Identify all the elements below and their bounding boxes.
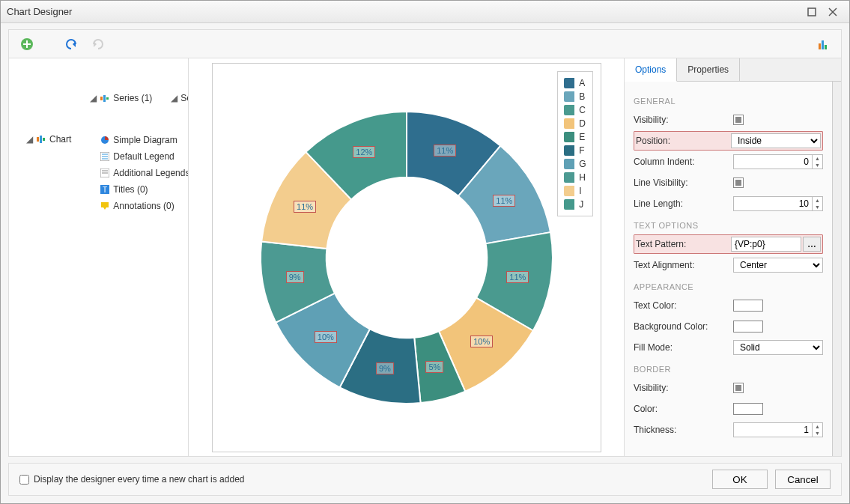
display-designer-checkbox-row[interactable]: Display the designer every time a new ch… bbox=[19, 474, 705, 485]
expander-icon[interactable]: ◢ bbox=[89, 91, 97, 106]
legend-swatch-icon bbox=[564, 199, 574, 210]
line-length-label: Line Length: bbox=[634, 198, 733, 209]
display-designer-checkbox[interactable] bbox=[19, 475, 29, 485]
legend-swatch-icon bbox=[564, 172, 574, 183]
tree-pane: ◢ Chart ◢ Series (1) bbox=[9, 58, 189, 456]
position-select[interactable]: Inside bbox=[731, 133, 821, 148]
text-pattern-ellipsis-button[interactable]: … bbox=[803, 237, 821, 252]
cancel-button[interactable]: Cancel bbox=[775, 470, 831, 489]
properties-scrollbar[interactable] bbox=[832, 82, 841, 456]
donut-label: 11% bbox=[434, 145, 456, 157]
legends-icon bbox=[100, 168, 110, 178]
tree-chart-root[interactable]: ◢ Chart bbox=[24, 131, 73, 148]
text-alignment-select[interactable]: Center bbox=[733, 258, 823, 273]
chart-designer-window: Chart Designer bbox=[0, 0, 850, 504]
legend-item: J bbox=[564, 198, 586, 211]
legend-swatch-icon bbox=[564, 145, 574, 156]
close-button[interactable] bbox=[822, 4, 843, 19]
border-color-label: Color: bbox=[634, 404, 733, 414]
line-visibility-checkbox[interactable] bbox=[733, 177, 744, 188]
legend-swatch-icon bbox=[564, 91, 574, 102]
chart-card: ABCDEFGHIJ 11%11%11%10%5%9%10%9%11%12% bbox=[212, 63, 601, 452]
add-button[interactable] bbox=[16, 34, 37, 55]
ok-button[interactable]: OK bbox=[712, 470, 768, 489]
close-icon bbox=[828, 7, 837, 16]
chart-icon bbox=[36, 134, 46, 145]
tree-additional-legends[interactable]: Additional Legends (0) bbox=[88, 165, 189, 181]
bg-color-swatch[interactable] bbox=[733, 321, 763, 333]
svg-marker-6 bbox=[73, 41, 76, 47]
legend-swatch-icon bbox=[564, 159, 574, 169]
main-area: ◢ Chart ◢ Series (1) bbox=[8, 58, 842, 457]
bg-color-label: Background Color: bbox=[634, 321, 733, 332]
border-visibility-label: Visibility: bbox=[634, 383, 733, 393]
window-title: Chart Designer bbox=[7, 6, 801, 17]
line-length-spinner[interactable]: ▲▼ bbox=[733, 196, 823, 211]
section-border: BORDER bbox=[634, 365, 823, 374]
legend-swatch-icon bbox=[564, 132, 574, 142]
expander-icon[interactable]: ◢ bbox=[25, 132, 33, 147]
legend-item: H bbox=[564, 171, 586, 184]
donut-chart: 11%11%11%10%5%9%10%9%11%12% bbox=[249, 100, 564, 415]
legend-item: A bbox=[564, 76, 586, 90]
donut-label: 5% bbox=[426, 361, 444, 373]
tree-annotations[interactable]: Annotations (0) bbox=[88, 198, 189, 214]
legend-item: F bbox=[564, 144, 586, 157]
display-designer-label: Display the designer every time a new ch… bbox=[34, 474, 244, 485]
legend-swatch-icon bbox=[564, 118, 574, 129]
expander-icon[interactable]: ◢ bbox=[170, 91, 177, 106]
border-color-swatch[interactable] bbox=[733, 403, 763, 415]
donut-label: 11% bbox=[506, 271, 529, 283]
text-color-swatch[interactable] bbox=[733, 300, 763, 312]
tree-simple-diagram[interactable]: Simple Diagram bbox=[88, 132, 189, 148]
chart-bars-icon bbox=[819, 39, 828, 49]
donut-label: 11% bbox=[493, 195, 515, 207]
annotation-icon bbox=[100, 201, 110, 211]
tab-options[interactable]: Options bbox=[625, 58, 677, 82]
tab-properties[interactable]: Properties bbox=[677, 58, 740, 81]
series-icon bbox=[100, 93, 110, 103]
toolbar bbox=[8, 29, 842, 58]
svg-marker-7 bbox=[94, 41, 97, 47]
properties-body: GENERAL Visibility: Position:Inside Colu… bbox=[625, 82, 832, 456]
pie-icon bbox=[100, 135, 110, 145]
undo-icon bbox=[65, 38, 79, 50]
plus-circle-icon bbox=[20, 37, 34, 51]
svg-marker-19 bbox=[103, 207, 106, 210]
donut-label: 12% bbox=[353, 146, 375, 158]
thickness-label: Thickness: bbox=[634, 425, 733, 435]
redo-button[interactable] bbox=[87, 34, 108, 55]
redo-icon bbox=[91, 38, 104, 50]
thickness-spinner[interactable]: ▲▼ bbox=[733, 422, 823, 437]
text-alignment-label: Text Alignment: bbox=[634, 260, 733, 270]
maximize-icon bbox=[807, 7, 816, 16]
fill-mode-label: Fill Mode: bbox=[634, 342, 733, 353]
tree-series-group[interactable]: ◢ Series (1) bbox=[88, 90, 154, 106]
titlebar: Chart Designer bbox=[1, 1, 849, 23]
tree-series1[interactable]: ◢ Series 1 bbox=[169, 90, 189, 106]
svg-text:T: T bbox=[103, 186, 107, 194]
section-appearance: APPEARANCE bbox=[634, 282, 823, 291]
section-text-options: TEXT OPTIONS bbox=[634, 221, 823, 230]
text-color-label: Text Color: bbox=[634, 300, 733, 311]
legend-swatch-icon bbox=[564, 105, 574, 115]
maximize-button[interactable] bbox=[801, 4, 822, 19]
properties-tabs: Options Properties bbox=[625, 58, 841, 82]
properties-pane: Options Properties GENERAL Visibility: P… bbox=[624, 58, 841, 456]
donut-label: 11% bbox=[294, 201, 316, 213]
tree-titles2[interactable]: TTitles (0) bbox=[88, 181, 189, 198]
footer: Display the designer every time a new ch… bbox=[8, 463, 842, 496]
border-visibility-checkbox[interactable] bbox=[733, 383, 744, 393]
undo-button[interactable] bbox=[61, 34, 82, 55]
legend-item: E bbox=[564, 130, 586, 144]
palette-button[interactable] bbox=[813, 34, 834, 55]
visibility-checkbox[interactable] bbox=[733, 115, 744, 125]
title-icon: T bbox=[100, 184, 110, 195]
fill-mode-select[interactable]: Solid bbox=[733, 340, 823, 355]
text-pattern-input[interactable] bbox=[731, 237, 801, 252]
position-label: Position: bbox=[636, 136, 731, 146]
column-indent-label: Column Indent: bbox=[634, 157, 733, 167]
column-indent-spinner[interactable]: ▲▼ bbox=[733, 154, 823, 169]
legend-item: C bbox=[564, 103, 586, 117]
tree-default-legend[interactable]: Default Legend bbox=[88, 148, 189, 165]
